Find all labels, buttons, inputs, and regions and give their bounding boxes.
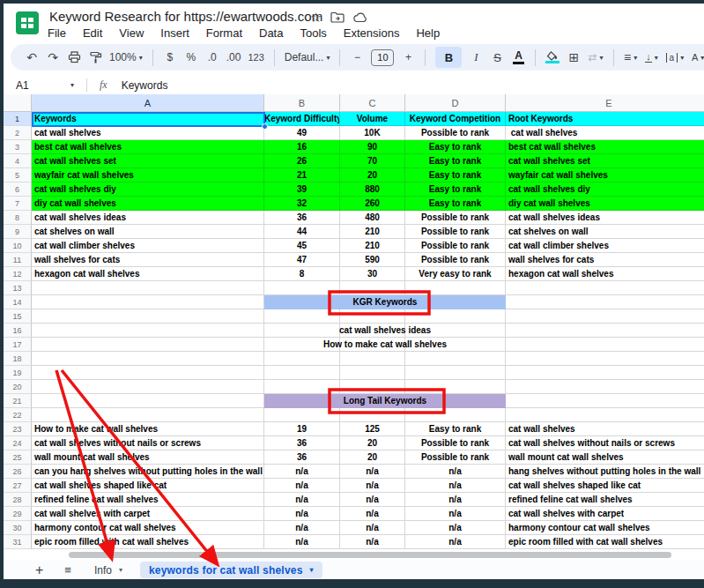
column-header-B[interactable]: B xyxy=(264,94,340,112)
row-header-15[interactable]: 15 xyxy=(4,309,32,324)
font-size-input[interactable]: 10 xyxy=(371,49,394,66)
cell-B3[interactable]: 16 xyxy=(264,140,340,154)
cell-A19[interactable] xyxy=(32,366,264,380)
cell-B8[interactable]: 36 xyxy=(264,211,340,225)
fill-color-button[interactable] xyxy=(545,48,559,67)
cell-B20[interactable] xyxy=(264,380,340,394)
formula-input[interactable]: Keywords xyxy=(122,79,168,92)
print-button[interactable] xyxy=(67,48,81,67)
cell-E27[interactable]: cat wall shelves shaped like cat xyxy=(506,479,704,493)
format-percent-button[interactable]: % xyxy=(184,48,198,67)
cell-A2[interactable]: cat wall shelves xyxy=(32,126,264,140)
cell-D25[interactable]: Possible to rank xyxy=(405,450,506,465)
cell-E1[interactable]: Root Keywords xyxy=(506,112,704,126)
cell-D15[interactable] xyxy=(405,309,506,324)
cell-C12[interactable]: 30 xyxy=(340,267,405,281)
row-header-14[interactable]: 14 xyxy=(4,295,32,309)
text-color-button[interactable]: A xyxy=(513,50,524,64)
cell-D8[interactable]: Possible to rank xyxy=(405,211,506,225)
cell-E9[interactable]: cat shelves on wall xyxy=(506,225,704,239)
cell-B26[interactable]: n/a xyxy=(264,465,340,479)
increase-font-size-button[interactable]: + xyxy=(401,48,415,67)
cell-E6[interactable]: cat wall shelves diy xyxy=(506,182,704,197)
sheet-tab-keywords-active[interactable]: keywords for cat wall shelves ▾ xyxy=(140,562,322,578)
sheet-tab-info[interactable]: Info ▾ xyxy=(94,564,122,577)
cell-B29[interactable]: n/a xyxy=(264,507,340,521)
cell-D5[interactable]: Easy to rank xyxy=(405,168,506,182)
cell-C11[interactable]: 590 xyxy=(340,253,405,267)
cell-E5[interactable]: wayfair cat wall shelves xyxy=(506,168,704,182)
cell-A22[interactable] xyxy=(32,408,264,422)
cell-D13[interactable] xyxy=(405,281,506,295)
chevron-down-icon[interactable]: ▾ xyxy=(70,81,74,89)
cell-A25[interactable]: wall mount cat wall shelves xyxy=(32,450,264,465)
cell-A31[interactable]: epic room filled with cat wall shelves xyxy=(32,535,264,549)
cell-D11[interactable]: Possible to rank xyxy=(405,253,506,267)
horizontal-scrollbar[interactable] xyxy=(69,552,671,558)
undo-button[interactable]: ↶ xyxy=(25,48,39,67)
font-select[interactable]: Defaul...▾ xyxy=(285,48,330,67)
cell-C3[interactable]: 90 xyxy=(340,140,405,154)
cell-B19[interactable] xyxy=(264,366,340,380)
cell-B2[interactable]: 49 xyxy=(264,126,340,140)
cell-B10[interactable]: 45 xyxy=(264,239,340,253)
cell-A17[interactable] xyxy=(32,338,264,352)
cell-C13[interactable] xyxy=(340,281,405,295)
cell-B30[interactable]: n/a xyxy=(264,521,340,535)
move-folder-icon[interactable] xyxy=(330,11,345,23)
cell-C5[interactable]: 20 xyxy=(340,168,405,182)
all-sheets-button[interactable]: ≡ xyxy=(64,563,71,577)
row-header-27[interactable]: 27 xyxy=(4,479,32,493)
cell-E7[interactable]: diy cat wall shelves xyxy=(506,197,704,211)
cell-C27[interactable]: n/a xyxy=(340,479,405,493)
cell-C7[interactable]: 260 xyxy=(340,197,405,211)
cell-C20[interactable] xyxy=(340,380,405,394)
cell-E15[interactable] xyxy=(506,309,704,324)
cell-A12[interactable]: hexagon cat wall shelves xyxy=(32,267,264,281)
cell-C19[interactable] xyxy=(340,366,405,380)
cell-A11[interactable]: wall shelves for cats xyxy=(32,253,264,267)
cell-B25[interactable]: 36 xyxy=(264,450,340,465)
cell-A23[interactable]: How to make cat wall shelves xyxy=(32,422,264,436)
cell-A27[interactable]: cat wall shelves shaped like cat xyxy=(32,479,264,493)
cell-A4[interactable]: cat wall shelves set xyxy=(32,154,264,168)
document-title[interactable]: Keyword Research for https://ewartwoods.… xyxy=(49,9,322,24)
cell-D6[interactable]: Easy to rank xyxy=(405,182,506,197)
cell-B13[interactable] xyxy=(264,281,340,295)
cell-A8[interactable]: cat wall shelves ideas xyxy=(32,211,264,225)
cell-C9[interactable]: 210 xyxy=(340,225,405,239)
cell-D18[interactable] xyxy=(405,352,506,366)
sheets-logo-icon[interactable] xyxy=(16,11,39,34)
cell-B9[interactable]: 44 xyxy=(264,225,340,239)
cell-D29[interactable]: n/a xyxy=(405,507,506,521)
cell-E22[interactable] xyxy=(506,408,704,422)
cell-E30[interactable]: harmony contour cat wall shelves xyxy=(506,521,704,535)
menu-item-file[interactable]: File xyxy=(48,26,66,40)
star-icon[interactable]: ☆ xyxy=(310,11,322,24)
row-header-3[interactable]: 3 xyxy=(4,140,32,154)
menu-item-edit[interactable]: Edit xyxy=(83,26,102,40)
cell-B12[interactable]: 8 xyxy=(264,267,340,281)
cell-C30[interactable]: n/a xyxy=(340,521,405,535)
row-header-20[interactable]: 20 xyxy=(4,380,32,394)
cell-A28[interactable]: refined feline cat wall shelves xyxy=(32,493,264,507)
cell-E13[interactable] xyxy=(506,281,704,295)
cell-C1[interactable]: Volume xyxy=(340,112,405,126)
cell-C18[interactable] xyxy=(340,352,405,366)
cell-A1[interactable]: Keywords xyxy=(32,112,264,126)
cell-A6[interactable]: cat wall shelves diy xyxy=(32,182,264,197)
cell-A29[interactable]: cat wall shelves with carpet xyxy=(32,507,264,521)
row-header-25[interactable]: 25 xyxy=(4,450,32,465)
italic-button[interactable]: I xyxy=(469,48,483,67)
bold-button[interactable]: B xyxy=(435,47,462,68)
cell-B22[interactable] xyxy=(264,408,340,422)
cell-E11[interactable]: wall shelves for cats xyxy=(506,253,704,267)
row-header-18[interactable]: 18 xyxy=(4,352,32,366)
cell-C31[interactable]: n/a xyxy=(340,535,405,549)
row-header-4[interactable]: 4 xyxy=(4,154,32,168)
row-header-31[interactable]: 31 xyxy=(4,535,32,549)
cell-E18[interactable] xyxy=(506,352,704,366)
cell-B11[interactable]: 47 xyxy=(264,253,340,267)
cell-A9[interactable]: cat shelves on wall xyxy=(32,225,264,239)
row-header-28[interactable]: 28 xyxy=(4,493,32,507)
